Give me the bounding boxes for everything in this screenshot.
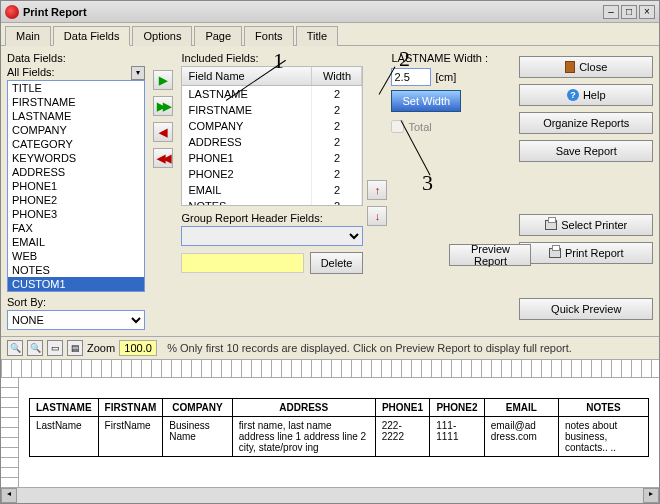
help-button[interactable]: ?Help	[519, 84, 653, 106]
data-fields-label: Data Fields:	[7, 52, 145, 64]
ruler-vertical	[1, 378, 19, 487]
arrow-right-icon: ▶	[159, 74, 167, 87]
add-all-fields-button[interactable]: ▶▶	[153, 96, 173, 116]
zoom-in-icon[interactable]: 🔍	[27, 340, 43, 356]
horizontal-scrollbar[interactable]: ◂ ▸	[1, 487, 659, 503]
delete-button[interactable]: Delete	[310, 252, 364, 274]
remove-all-fields-button[interactable]: ◀◀	[153, 148, 173, 168]
included-field-row[interactable]: PHONE12	[182, 150, 362, 166]
save-report-button[interactable]: Save Report	[519, 140, 653, 162]
total-checkbox	[391, 120, 404, 133]
all-fields-item[interactable]: NOTES	[8, 263, 144, 277]
all-fields-item[interactable]: PHONE3	[8, 207, 144, 221]
group-header-select[interactable]	[181, 226, 363, 246]
move-down-button[interactable]: ↓	[367, 206, 387, 226]
remove-field-button[interactable]: ◀	[153, 122, 173, 142]
arrow-down-icon: ↓	[375, 210, 381, 222]
sort-by-label: Sort By:	[7, 296, 145, 308]
zoom-input[interactable]	[119, 340, 157, 356]
col-width: Width	[312, 67, 362, 85]
maximize-button[interactable]: □	[621, 5, 637, 19]
middle-column: Included Fields: Field Name Width LASTNA…	[181, 52, 511, 330]
preview-area: LASTNAMEFIRSTNAMCOMPANYADDRESSPHONE1PHON…	[1, 360, 659, 487]
left-column: Data Fields: All Fields: ▾ TITLEFIRSTNAM…	[7, 52, 145, 330]
all-fields-item[interactable]: LASTNAME	[8, 109, 144, 123]
report-table-data-row: LastNameFirstNameBusiness Namefirst name…	[30, 417, 649, 457]
all-fields-dropdown-icon[interactable]: ▾	[131, 66, 145, 80]
quick-preview-button[interactable]: Quick Preview	[519, 298, 653, 320]
report-header-cell: COMPANY	[163, 399, 233, 417]
scroll-right-button[interactable]: ▸	[643, 488, 659, 503]
arrow-double-left-icon: ◀◀	[157, 152, 169, 165]
total-checkbox-row: Total	[391, 120, 511, 133]
width-input[interactable]	[391, 68, 431, 86]
group-header-label: Group Report Header Fields:	[181, 212, 363, 224]
door-icon	[565, 61, 575, 73]
move-buttons-column: ▶ ▶▶ ◀ ◀◀	[153, 52, 173, 330]
add-field-button[interactable]: ▶	[153, 70, 173, 90]
report-data-cell: first name, last name address line 1 add…	[232, 417, 375, 457]
tab-fonts[interactable]: Fonts	[244, 26, 294, 46]
printer-icon	[545, 220, 557, 230]
zoom-out-icon[interactable]: 🔍	[7, 340, 23, 356]
included-field-row[interactable]: FIRSTNAME2	[182, 102, 362, 118]
included-field-row[interactable]: COMPANY2	[182, 118, 362, 134]
all-fields-item[interactable]: PHONE1	[8, 179, 144, 193]
organize-reports-button[interactable]: Organize Reports	[519, 112, 653, 134]
tab-main[interactable]: Main	[5, 26, 51, 46]
report-table: LASTNAMEFIRSTNAMCOMPANYADDRESSPHONE1PHON…	[29, 398, 649, 457]
help-button-label: Help	[583, 89, 606, 101]
all-fields-item[interactable]: FAX	[8, 221, 144, 235]
all-fields-item[interactable]: CUSTOM1	[8, 277, 144, 291]
report-header-cell: PHONE2	[430, 399, 484, 417]
group-header-input[interactable]	[181, 253, 303, 273]
zoom-label: Zoom	[87, 342, 115, 354]
width-area: LASTNAME Width : [cm] Set Width Total	[391, 52, 511, 274]
all-fields-item[interactable]: CATEGORY	[8, 137, 144, 151]
window-title: Print Report	[23, 6, 601, 18]
app-icon	[5, 5, 19, 19]
select-printer-button[interactable]: Select Printer	[519, 214, 653, 236]
tab-options[interactable]: Options	[132, 26, 192, 46]
print-report-button[interactable]: Print Report	[519, 242, 653, 264]
scroll-left-button[interactable]: ◂	[1, 488, 17, 503]
all-fields-item[interactable]: WEB	[8, 249, 144, 263]
page-icon[interactable]: ▭	[47, 340, 63, 356]
all-fields-item[interactable]: ADDRESS	[8, 165, 144, 179]
included-field-row[interactable]: PHONE22	[182, 166, 362, 182]
all-fields-list[interactable]: TITLEFIRSTNAMELASTNAMECOMPANYCATEGORYKEY…	[7, 80, 145, 292]
minimize-button[interactable]: –	[603, 5, 619, 19]
all-fields-item[interactable]: KEYWORDS	[8, 151, 144, 165]
tab-page[interactable]: Page	[194, 26, 242, 46]
report-data-cell: LastName	[30, 417, 99, 457]
included-field-row[interactable]: ADDRESS2	[182, 134, 362, 150]
order-buttons-column: ↑ ↓	[367, 52, 387, 274]
move-up-button[interactable]: ↑	[367, 180, 387, 200]
report-data-cell: 222-2222	[375, 417, 429, 457]
tab-data-fields[interactable]: Data Fields	[53, 26, 131, 46]
set-width-button[interactable]: Set Width	[391, 90, 461, 112]
all-fields-item[interactable]: COMPANY	[8, 123, 144, 137]
report-header-cell: NOTES	[558, 399, 648, 417]
close-window-button[interactable]: ×	[639, 5, 655, 19]
report-header-cell: LASTNAME	[30, 399, 99, 417]
tab-bar: MainData FieldsOptionsPageFontsTitle	[1, 23, 659, 46]
all-fields-item[interactable]: EMAIL	[8, 235, 144, 249]
included-field-row[interactable]: NOTES2	[182, 198, 362, 205]
all-fields-item[interactable]: TITLE	[8, 81, 144, 95]
preview-report-button[interactable]: Preview Report	[449, 244, 531, 266]
included-area: Included Fields: Field Name Width LASTNA…	[181, 52, 363, 274]
included-field-row[interactable]: LASTNAME2	[182, 86, 362, 102]
sort-by-select[interactable]: NONE	[7, 310, 145, 330]
doc-icon[interactable]: ▤	[67, 340, 83, 356]
included-fields-table[interactable]: Field Name Width LASTNAME2FIRSTNAME2COMP…	[181, 66, 363, 206]
report-page: LASTNAMEFIRSTNAMCOMPANYADDRESSPHONE1PHON…	[19, 378, 659, 487]
report-header-cell: ADDRESS	[232, 399, 375, 417]
included-field-row[interactable]: EMAIL2	[182, 182, 362, 198]
close-button[interactable]: Close	[519, 56, 653, 78]
report-table-header-row: LASTNAMEFIRSTNAMCOMPANYADDRESSPHONE1PHON…	[30, 399, 649, 417]
tab-title[interactable]: Title	[296, 26, 338, 46]
all-fields-item[interactable]: FIRSTNAME	[8, 95, 144, 109]
all-fields-item[interactable]: PHONE2	[8, 193, 144, 207]
printer-icon	[549, 248, 561, 258]
